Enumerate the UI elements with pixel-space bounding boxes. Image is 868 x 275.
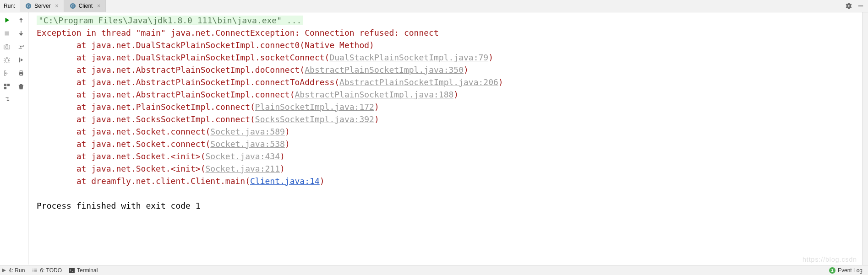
svg-rect-12 (4, 87, 6, 89)
svg-text:C: C (71, 4, 74, 8)
svg-rect-8 (5, 44, 8, 46)
layout-icon[interactable] (3, 82, 11, 91)
stack-link[interactable]: DualStackPlainSocketImpl.java:79 (329, 53, 488, 62)
stack-link[interactable]: AbstractPlainSocketImpl.java:350 (305, 65, 464, 75)
event-log[interactable]: 1 Event Log (829, 267, 863, 274)
tab-client-label: Client (79, 3, 93, 9)
svg-rect-11 (7, 84, 10, 86)
camera-icon[interactable] (3, 43, 11, 51)
stack-link[interactable]: Socket.java:434 (205, 151, 280, 161)
console-output[interactable]: "C:\Program Files\Java\jdk1.8.0_111\bin\… (28, 12, 863, 264)
gear-icon[interactable] (845, 2, 852, 10)
down-arrow-icon[interactable] (17, 29, 25, 38)
stack-link[interactable]: Socket.java:589 (210, 127, 285, 136)
tab-client[interactable]: C Client × (64, 0, 106, 12)
stack-link[interactable]: AbstractPlainSocketImpl.java:206 (339, 77, 498, 87)
java-class-icon: C (25, 3, 32, 9)
left-gutter-2 (14, 12, 28, 264)
scroll-to-end-icon[interactable] (17, 56, 25, 64)
print-icon[interactable] (17, 69, 25, 77)
bug-icon[interactable] (3, 56, 11, 64)
stack-link[interactable]: Socket.java:538 (210, 139, 285, 149)
bottom-right: 1 Event Log (829, 267, 868, 274)
svg-rect-4 (858, 5, 863, 6)
rerun-icon[interactable] (3, 16, 11, 24)
svg-point-9 (5, 59, 9, 63)
up-arrow-icon[interactable] (17, 16, 25, 24)
stack-link[interactable]: Client.java:14 (250, 176, 320, 186)
right-tool-strip[interactable]: en (863, 12, 868, 265)
minimize-icon[interactable] (857, 2, 864, 10)
pin-icon[interactable] (3, 96, 11, 104)
status-bar: 4: Run 6: TODO Terminal 1 Event Log (0, 265, 868, 275)
svg-rect-10 (4, 84, 6, 86)
stack-link[interactable]: AbstractPlainSocketImpl.java:188 (295, 90, 454, 99)
bottom-todo[interactable]: 6: TODO (32, 267, 62, 274)
main-area: "C:\Program Files\Java\jdk1.8.0_111\bin\… (0, 12, 868, 264)
exit-icon[interactable] (3, 69, 11, 77)
bottom-run[interactable]: 4: Run (2, 267, 25, 274)
close-icon[interactable]: × (54, 3, 60, 9)
svg-rect-16 (69, 268, 75, 273)
svg-text:C: C (27, 4, 30, 8)
toolwindow-actions (845, 2, 868, 10)
svg-point-7 (5, 46, 8, 48)
svg-rect-14 (20, 71, 22, 73)
event-badge: 1 (829, 267, 835, 274)
trash-icon[interactable] (17, 82, 25, 91)
svg-rect-5 (5, 32, 9, 36)
run-tabs: C Server × C Client × (20, 0, 106, 12)
tab-server-label: Server (34, 3, 50, 9)
bottom-terminal[interactable]: Terminal (69, 267, 98, 274)
soft-wrap-icon[interactable] (17, 43, 25, 51)
close-icon[interactable]: × (95, 3, 102, 9)
left-gutter-1 (0, 12, 14, 264)
stack-link[interactable]: Socket.java:211 (205, 164, 280, 173)
run-toolwindow-header: Run: C Server × C Client × (0, 0, 868, 12)
stack-link[interactable]: SocksSocketImpl.java:392 (255, 114, 374, 124)
tab-server[interactable]: C Server × (20, 0, 64, 12)
command-line: "C:\Program Files\Java\jdk1.8.0_111\bin\… (37, 16, 303, 25)
stack-trace: at java.net.DualStackPlainSocketImpl.con… (37, 40, 503, 186)
stack-link[interactable]: PlainSocketImpl.java:172 (255, 102, 374, 112)
exception-line: Exception in thread "main" java.net.Conn… (37, 28, 439, 38)
run-label: Run: (0, 0, 20, 12)
exit-line: Process finished with exit code 1 (37, 201, 201, 210)
stop-icon[interactable] (3, 29, 11, 38)
java-class-icon: C (70, 3, 76, 9)
svg-rect-15 (20, 74, 22, 76)
